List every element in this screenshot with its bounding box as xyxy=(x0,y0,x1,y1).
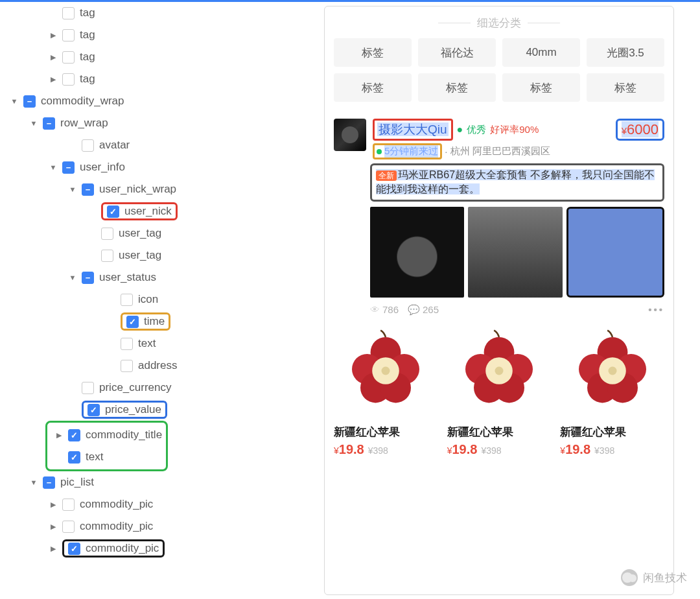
checkbox[interactable] xyxy=(62,73,75,86)
checkbox[interactable] xyxy=(62,7,75,19)
tree-row-user_nick_wrap[interactable]: ▼−user_nick_wrap xyxy=(4,178,320,200)
tree-row-avatar[interactable]: ▶avatar xyxy=(4,134,320,156)
tree-row-commodity_pic[interactable]: ▶✓commodity_pic xyxy=(4,537,320,559)
avatar[interactable] xyxy=(334,119,366,151)
product-card[interactable]: 新疆红心苹果 ¥19.8¥398 xyxy=(447,322,552,457)
node-label: user_status xyxy=(99,271,156,284)
filter-tag[interactable]: 福伦达 xyxy=(418,38,496,67)
filter-tag[interactable]: 光圈3.5 xyxy=(587,38,664,67)
checkbox[interactable]: ✓ xyxy=(68,429,80,441)
checkbox[interactable] xyxy=(101,250,113,262)
caret-down-icon[interactable]: ▼ xyxy=(30,120,38,127)
status-sep: · xyxy=(445,146,447,157)
checkbox[interactable] xyxy=(121,294,133,306)
tree-row-price_value[interactable]: ▶✓price_value xyxy=(4,399,320,421)
product-card[interactable]: 新疆红心苹果 ¥19.8¥398 xyxy=(560,322,664,457)
caret-right-icon[interactable]: ▶ xyxy=(49,501,57,508)
product-image xyxy=(447,322,552,419)
checkbox[interactable]: − xyxy=(43,117,55,130)
checkbox[interactable] xyxy=(82,139,94,152)
tree-row-text[interactable]: ▶text xyxy=(4,333,320,355)
tree-row-user_status[interactable]: ▼−user_status xyxy=(4,266,320,288)
checkbox[interactable]: ✓ xyxy=(68,451,80,464)
tag-grid: 标签福伦达40mm光圈3.5标签标签标签标签 xyxy=(334,38,664,102)
tree-row-tag[interactable]: ▶tag xyxy=(4,46,320,68)
tree-row-address[interactable]: ▶address xyxy=(4,355,320,377)
tree-row-commodity_pic[interactable]: ▶commodity_pic xyxy=(4,493,320,515)
commodity-pic[interactable] xyxy=(370,207,464,298)
checkbox[interactable] xyxy=(62,499,75,511)
tree-row-user_nick[interactable]: ▶✓user_nick xyxy=(4,200,320,222)
tree-row-row_wrap[interactable]: ▼−row_wrap xyxy=(4,112,320,134)
checkbox[interactable]: − xyxy=(82,183,94,196)
tree-row-user_tag[interactable]: ▶user_tag xyxy=(4,244,320,266)
checkbox[interactable]: ✓ xyxy=(88,404,100,416)
filter-tag[interactable]: 标签 xyxy=(418,73,496,102)
svg-point-20 xyxy=(608,366,616,375)
caret-down-icon[interactable]: ▼ xyxy=(30,479,38,486)
filter-tag[interactable]: 40mm xyxy=(502,38,580,67)
tree-row-icon[interactable]: ▶icon xyxy=(4,288,320,311)
tree-row-tag[interactable]: ▶tag xyxy=(4,2,320,24)
commodity-pic-highlight[interactable] xyxy=(566,207,664,298)
tree-row-commodity_pic[interactable]: ▶commodity_pic xyxy=(4,515,320,537)
tree-row-commodity_title[interactable]: ▶✓commodity_title xyxy=(51,424,162,446)
checkbox[interactable]: ✓ xyxy=(68,543,80,555)
caret-down-icon[interactable]: ▼ xyxy=(10,98,18,105)
checkbox[interactable] xyxy=(62,521,75,533)
svg-point-6 xyxy=(382,366,390,375)
checkbox[interactable]: − xyxy=(82,272,94,284)
product-price: ¥19.8¥398 xyxy=(334,442,438,457)
checkbox[interactable]: ✓ xyxy=(107,206,119,218)
tree-row-commodity_wrap[interactable]: ▼−commodity_wrap xyxy=(4,90,320,112)
caret-down-icon[interactable]: ▼ xyxy=(49,164,57,171)
filter-tag[interactable]: 标签 xyxy=(587,73,664,102)
checkbox[interactable] xyxy=(82,382,94,394)
tree-row-pic_list[interactable]: ▼−pic_list xyxy=(4,471,320,493)
tree-row-time[interactable]: ▶✓time xyxy=(4,311,320,333)
filter-tag[interactable]: 标签 xyxy=(502,73,580,102)
price-value: 6000 xyxy=(627,121,659,137)
checkbox[interactable] xyxy=(121,338,133,350)
node-label: user_tag xyxy=(119,249,161,262)
caret-right-icon[interactable]: ▶ xyxy=(49,54,57,61)
bullet-icon: ● xyxy=(457,124,463,135)
checkbox[interactable]: − xyxy=(62,161,75,174)
filter-tag[interactable]: 标签 xyxy=(334,73,412,102)
more-icon[interactable]: ••• xyxy=(648,304,664,315)
user-nick-highlight: 摄影大大Qiu xyxy=(373,119,453,141)
caret-right-icon[interactable]: ▶ xyxy=(49,523,57,530)
checkbox[interactable] xyxy=(62,51,75,64)
checkbox[interactable]: − xyxy=(43,476,55,489)
tree-row-price_currency[interactable]: ▶price_currency xyxy=(4,377,320,399)
checkbox[interactable]: ✓ xyxy=(126,316,139,328)
user-nick[interactable]: 摄影大大Qiu xyxy=(377,123,449,136)
tree-row-user_tag[interactable]: ▶user_tag xyxy=(4,222,320,244)
checkbox[interactable] xyxy=(101,228,113,240)
node-label: price_value xyxy=(105,403,161,416)
node-label: text xyxy=(86,451,103,464)
group-highlight: ▶✓commodity_title▶✓text xyxy=(45,421,168,471)
tree-row-user_info[interactable]: ▼−user_info xyxy=(4,156,320,178)
category-header: 细选分类 xyxy=(334,16,664,30)
caret-down-icon[interactable]: ▼ xyxy=(69,186,76,193)
product-title: 新疆红心苹果 xyxy=(334,425,438,440)
filter-tag[interactable]: 标签 xyxy=(334,38,412,67)
tree-row-tag[interactable]: ▶tag xyxy=(4,68,320,90)
caret-right-icon[interactable]: ▶ xyxy=(49,76,57,83)
caret-right-icon[interactable]: ▶ xyxy=(55,432,63,439)
tree-row-tag[interactable]: ▶tag xyxy=(4,24,320,46)
app-preview-panel: 细选分类 标签福伦达40mm光圈3.5标签标签标签标签 摄影大大Qiu ● 优秀… xyxy=(324,6,674,595)
commodity-pic[interactable] xyxy=(468,207,562,298)
checkbox[interactable] xyxy=(62,29,75,41)
checkbox[interactable]: − xyxy=(23,95,36,108)
wechat-icon xyxy=(621,569,638,586)
caret-right-icon[interactable]: ▶ xyxy=(49,545,57,552)
product-card[interactable]: 新疆红心苹果 ¥19.8¥398 xyxy=(334,322,438,457)
tree-row-text[interactable]: ▶✓text xyxy=(51,446,162,468)
caret-down-icon[interactable]: ▼ xyxy=(69,274,76,281)
caret-right-icon[interactable]: ▶ xyxy=(49,32,57,39)
checkbox[interactable] xyxy=(121,360,133,372)
node-label: row_wrap xyxy=(60,117,108,130)
tree-panel: ▶tag▶tag▶tag▶tag▼−commodity_wrap▼−row_wr… xyxy=(0,2,324,599)
